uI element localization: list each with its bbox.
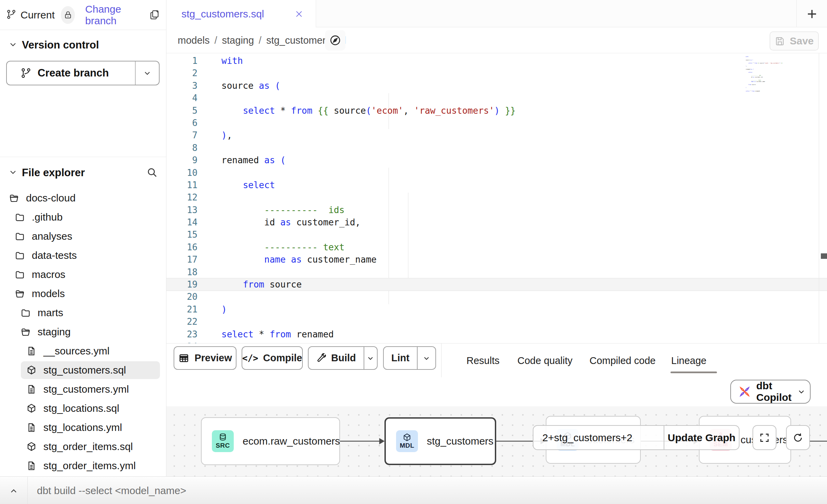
command-input[interactable]: dbt build --select <model_name> [37, 477, 186, 504]
breadcrumb: models/staging/stg_customers.sql [178, 27, 346, 53]
cube-icon [403, 433, 411, 442]
file-label: stg_locations.sql [43, 403, 119, 414]
close-icon[interactable] [295, 10, 303, 18]
sidebar-item-analyses[interactable]: analyses [0, 227, 166, 246]
create-branch-label: Create branch [38, 67, 109, 79]
breadcrumb-staging[interactable]: staging [222, 35, 254, 46]
wrench-icon [316, 353, 326, 363]
file-label: docs-cloud [26, 192, 76, 204]
sidebar-item-stg-order-items-yml[interactable]: stg_order_items.yml [0, 456, 166, 475]
code-icon: </> [242, 353, 258, 363]
sidebar-item-macros[interactable]: macros [0, 265, 166, 284]
file-label: stg_order_items.sql [43, 441, 133, 452]
model-icon [26, 403, 37, 414]
active-tab-underline [670, 372, 717, 373]
lint-split-button: Lint [383, 346, 436, 370]
folder-icon [15, 269, 25, 280]
tab-results[interactable]: Results [466, 344, 500, 378]
lint-button[interactable]: Lint [384, 347, 418, 369]
lint-dropdown[interactable] [418, 347, 435, 369]
lineage-node-mdl-stg-customers[interactable]: MDL stg_customers [384, 417, 496, 465]
sidebar-item-marts[interactable]: marts [0, 303, 166, 322]
chevron-down-icon [9, 168, 17, 178]
file-label: models [32, 288, 65, 299]
search-icon[interactable] [146, 167, 158, 180]
sidebar-item-data-tests[interactable]: data-tests [0, 246, 166, 265]
code-editor[interactable]: 1with23source as (45 select * from {{ so… [166, 53, 827, 343]
tab-stg-customers-sql[interactable]: stg_customers.sql [166, 0, 316, 28]
compile-button[interactable]: </> Compile [242, 346, 303, 370]
file-label: stg_customers.yml [43, 383, 129, 395]
sidebar-item-staging[interactable]: staging [0, 322, 166, 341]
fullscreen-button[interactable] [753, 425, 776, 450]
sidebar-item-stg-locations-yml[interactable]: stg_locations.yml [0, 418, 166, 437]
collapse-panel-icon[interactable] [7, 484, 21, 498]
git-branch-icon [21, 68, 31, 79]
file-label: marts [38, 307, 63, 319]
table-icon [178, 352, 190, 364]
file-tree: docs-cloud.githubanalysesdata-testsmacro… [0, 188, 166, 475]
file-explorer-header[interactable]: File explorer [0, 160, 166, 185]
file-explorer-title: File explorer [22, 167, 85, 179]
sidebar-item-stg-order-items-sql[interactable]: stg_order_items.sql [0, 437, 166, 456]
sidebar-item-stg-locations-sql[interactable]: stg_locations.sql [0, 399, 166, 418]
file-label: stg_order_items.yml [43, 460, 136, 472]
build-dropdown[interactable] [364, 347, 377, 369]
git-branch-icon [6, 9, 16, 21]
copilot-label: dbt Copilot [756, 380, 791, 403]
refresh-button[interactable] [786, 425, 810, 450]
dbt-copilot-button[interactable]: dbt Copilot [730, 380, 811, 404]
version-control-header[interactable]: Version control [0, 33, 166, 57]
file-label: __sources.yml [43, 345, 109, 357]
lineage-canvas[interactable]: SRC ecom.raw_customers MDL stg_customers [166, 406, 827, 476]
sidebar-item--github[interactable]: .github [0, 208, 166, 227]
file-label: stg_locations.yml [43, 422, 122, 433]
doc-icon [26, 461, 37, 471]
breadcrumb-models[interactable]: models [178, 35, 210, 46]
minimap[interactable]: withsource as ( select * from {{ source(… [744, 56, 785, 94]
divider [0, 157, 166, 157]
lint-label: Lint [391, 352, 409, 364]
build-label: Build [331, 352, 356, 364]
divider [796, 0, 797, 27]
dbt-cloud-ide: Current Change branch Version control Cr… [0, 0, 827, 504]
new-tab-button[interactable] [803, 5, 821, 23]
sidebar-item-models[interactable]: models [0, 284, 166, 303]
divider [441, 344, 442, 378]
sidebar-item-stg-customers-yml[interactable]: stg_customers.yml [0, 380, 166, 399]
update-graph-button[interactable]: Update Graph [664, 426, 739, 449]
src-badge-label: SRC [216, 442, 230, 449]
file-label: staging [38, 326, 71, 338]
copy-icon[interactable] [149, 9, 160, 21]
node-label: ecom.raw_customers [243, 435, 340, 447]
preview-button[interactable]: Preview [174, 346, 236, 370]
open-lineage-icon[interactable] [325, 30, 345, 51]
scrollbar-thumb[interactable] [821, 253, 827, 259]
build-split-button: Build [308, 346, 378, 370]
tab-compiled-code[interactable]: Compiled code [589, 344, 655, 378]
folder-open-icon [21, 327, 31, 337]
change-branch-link[interactable]: Change branch [85, 3, 141, 27]
sidebar-item-stg-customers-sql[interactable]: stg_customers.sql [0, 361, 166, 380]
sidebar-item--sources-yml[interactable]: __sources.yml [0, 341, 166, 361]
chevron-down-icon [797, 387, 806, 396]
main-area: stg_customers.sql models/staging/stg_cus… [166, 0, 827, 504]
build-button[interactable]: Build [309, 347, 364, 369]
file-label: analyses [32, 230, 72, 242]
tab-code-quality[interactable]: Code quality [517, 344, 572, 378]
branch-bar: Current Change branch [0, 0, 166, 30]
lineage-node-src-ecom-raw-customers[interactable]: SRC ecom.raw_customers [201, 417, 340, 465]
create-branch-button[interactable]: Create branch [7, 61, 136, 85]
folder-icon [15, 250, 25, 261]
save-button[interactable]: Save [770, 31, 819, 51]
sidebar: Current Change branch Version control Cr… [0, 0, 166, 476]
create-branch-dropdown[interactable] [136, 61, 159, 85]
dbt-copilot-icon [738, 386, 751, 398]
folder-icon [21, 308, 31, 318]
chevron-down-icon [9, 40, 17, 50]
sidebar-item-docs-cloud[interactable]: docs-cloud [0, 188, 166, 208]
copilot-row: dbt Copilot [166, 377, 827, 406]
breadcrumb-row: models/staging/stg_customers.sql Save [166, 27, 827, 53]
lineage-selector-input[interactable]: 2+stg_customers+2 [533, 426, 664, 449]
divider [819, 53, 819, 343]
